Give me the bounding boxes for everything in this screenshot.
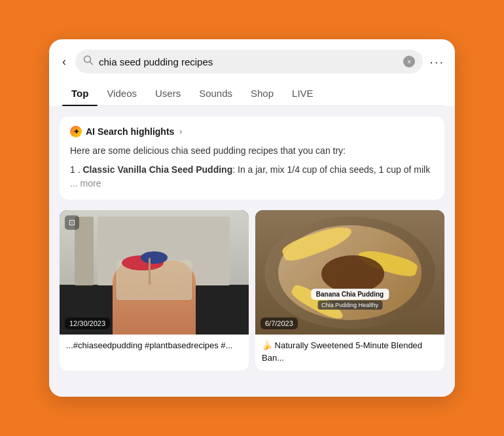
tab-top[interactable]: Top: [62, 81, 98, 105]
search-query-text: chia seed pudding recipes: [99, 56, 398, 67]
clear-search-button[interactable]: ×: [403, 56, 415, 67]
video-caption-1: ...#chiaseedpudding #plantbasedrecipes #…: [66, 340, 242, 352]
recipe-name: Classic Vanilla Chia Seed Pudding: [82, 164, 232, 175]
ai-description: Here are some delicious chia seed puddin…: [70, 144, 434, 158]
banana-sub-badge: Chia Pudding Healthy: [317, 300, 382, 310]
video-thumb-1: ⊡ 12/30/2023: [60, 210, 249, 335]
thumb-topping: [321, 255, 384, 293]
recipe-number: 1 .: [70, 164, 81, 175]
thumb-berry-blue: [141, 251, 167, 264]
recipe-desc: : In a jar, mix 1/4 cup of chia seeds, 1…: [232, 164, 430, 175]
more-link[interactable]: ... more: [70, 178, 101, 189]
search-icon: [83, 55, 94, 68]
tab-shop[interactable]: Shop: [242, 81, 283, 105]
ai-badge[interactable]: ✦ AI Search highlights ›: [70, 126, 434, 137]
thumb-stick: [149, 258, 151, 285]
tab-users[interactable]: Users: [146, 81, 190, 105]
ai-badge-label: AI Search highlights: [86, 126, 174, 137]
ai-highlight-box: ✦ AI Search highlights › Here are some d…: [60, 117, 444, 200]
ai-recipe: 1 . Classic Vanilla Chia Seed Pudding: I…: [70, 163, 434, 191]
thumb-bg-2: [255, 210, 444, 335]
video-card-2[interactable]: Banana Chia Pudding Chia Pudding Healthy…: [255, 210, 444, 370]
video-card-footer-1: ...#chiaseedpudding #plantbasedrecipes #…: [60, 335, 249, 358]
tab-live[interactable]: LIVE: [283, 81, 323, 105]
video-thumb-2: Banana Chia Pudding Chia Pudding Healthy…: [255, 210, 444, 335]
banana-label-badge: Banana Chia Pudding: [311, 289, 389, 300]
video-date-2: 6/7/2023: [261, 318, 298, 329]
video-card-footer-2: 🍌 Naturally Sweetened 5-Minute Blended B…: [255, 335, 444, 370]
search-row: ‹ chia seed pudding recipes × ···: [60, 50, 444, 73]
search-input-wrap: chia seed pudding recipes ×: [75, 50, 423, 73]
back-button[interactable]: ‹: [60, 52, 69, 71]
video-card-1[interactable]: ⊡ 12/30/2023 ...#chiaseedpudding #plantb…: [60, 210, 249, 370]
video-caption-2: 🍌 Naturally Sweetened 5-Minute Blended B…: [262, 340, 438, 363]
ai-badge-icon: ✦: [70, 126, 82, 137]
video-date-1: 12/30/2023: [65, 318, 110, 329]
main-content: ✦ AI Search highlights › Here are some d…: [49, 106, 455, 380]
tab-sounds[interactable]: Sounds: [190, 81, 242, 105]
tabs-row: Top Videos Users Sounds Shop LIVE: [60, 81, 444, 106]
phone-container: ‹ chia seed pudding recipes × ··· Top Vi…: [49, 39, 455, 396]
bookmark-icon-1: ⊡: [65, 215, 79, 230]
video-grid: ⊡ 12/30/2023 ...#chiaseedpudding #plantb…: [60, 210, 444, 370]
svg-line-1: [90, 62, 93, 65]
ai-badge-chevron-icon: ›: [179, 127, 182, 136]
tab-videos[interactable]: Videos: [98, 81, 146, 105]
search-bar-area: ‹ chia seed pudding recipes × ··· Top Vi…: [49, 39, 455, 106]
more-options-button[interactable]: ···: [429, 54, 444, 69]
